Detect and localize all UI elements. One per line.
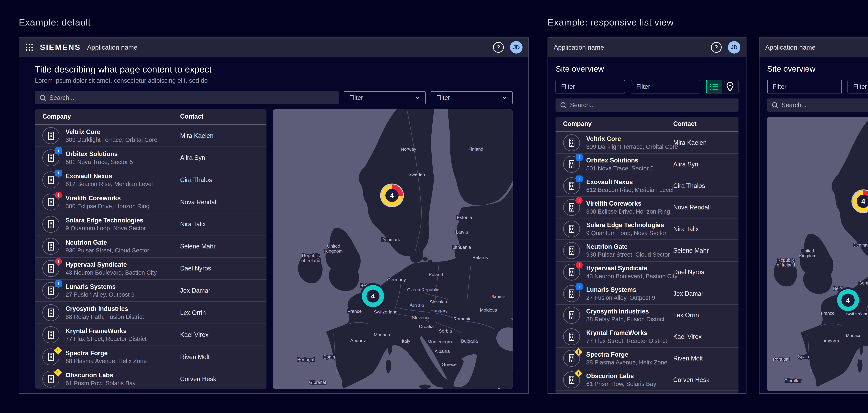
list-icon <box>710 83 718 90</box>
svg-text:Switzerland: Switzerland <box>846 311 868 316</box>
table-row[interactable]: Solara Edge Technologies9 Quantum Loop, … <box>35 213 267 236</box>
company-address: 88 Plasma Avenue, Helix Zone <box>66 358 147 365</box>
table-row[interactable]: iLunaris Systems27 Fusion Alley, Outpost… <box>556 283 739 305</box>
avatar[interactable]: JD <box>728 41 740 54</box>
filter-select-2[interactable]: Filter <box>431 91 513 104</box>
contact-name: Lex Orrin <box>673 312 731 319</box>
table-row[interactable]: !Obscurion Labs61 Prism Row, Solaris Bay… <box>35 368 267 389</box>
company-name: Veltrix Core <box>66 128 157 136</box>
building-icon <box>47 198 55 206</box>
table-row[interactable]: !Spectra Forge88 Plasma Avenue, Helix Zo… <box>35 346 267 368</box>
cluster-marker[interactable]: 4 <box>362 285 384 307</box>
table-row[interactable]: Neutrion Gate930 Pulsar Street, Cloud Se… <box>35 236 267 257</box>
building-icon <box>47 352 55 361</box>
table-row[interactable]: !Spectra Forge88 Plasma Avenue, Helix Zo… <box>556 348 739 369</box>
search-input[interactable] <box>556 99 739 112</box>
company-address: 309 Darklight Terrace, Orbital Core <box>586 143 678 150</box>
table-row[interactable]: Solara Edge Technologies9 Quantum Loop, … <box>556 218 739 240</box>
table-body: Veltrix Core309 Darklight Terrace, Orbit… <box>556 132 739 393</box>
company-address: 77 Flux Street, Reactor District <box>586 338 667 344</box>
filter-input-1[interactable] <box>556 80 625 94</box>
avatar[interactable]: JD <box>510 41 523 54</box>
table-row[interactable]: Veltrix Core309 Darklight Terrace, Orbit… <box>35 125 267 147</box>
svg-text:Monaco: Monaco <box>374 332 390 337</box>
search-field[interactable] <box>556 99 739 112</box>
table-row[interactable]: iExovault Nexus612 Beacon Rise, Meridian… <box>35 169 267 192</box>
search-field[interactable] <box>767 99 868 112</box>
company-name: Veltrix Core <box>586 135 678 142</box>
table-row[interactable]: Cryosynth Industries88 Relay Path, Fusio… <box>35 302 267 324</box>
table-row[interactable]: !Obscurion Labs61 Prism Row, Solaris Bay… <box>556 369 739 391</box>
table-row[interactable]: iLunaris Systems27 Fusion Alley, Outpost… <box>35 280 267 302</box>
column-company[interactable]: Company <box>563 120 673 128</box>
contact-name: Riven Molt <box>673 355 731 362</box>
europe-map[interactable]: NorwayFinlandSwedenEstoniaLatviaDenmarkL… <box>767 117 868 391</box>
chevron-down-icon <box>502 96 507 99</box>
building-icon <box>568 376 575 384</box>
cluster-marker-severity[interactable]: 4 <box>381 184 403 206</box>
table-row[interactable]: !Hypervaal Syndicate43 Neuron Boulevard,… <box>35 257 267 280</box>
search-input[interactable] <box>767 99 868 112</box>
company-address: 501 Nova Trace, Sector 5 <box>586 165 654 172</box>
table-row[interactable]: iExovault Nexus612 Beacon Rise, Meridian… <box>556 175 739 197</box>
table-row[interactable]: Neutrion Gate930 Pulsar Street, Cloud Se… <box>556 240 739 262</box>
contact-name: Dael Nyros <box>180 265 259 272</box>
building-icon <box>47 153 55 162</box>
table-row[interactable]: Veltrix Core309 Darklight Terrace, Orbit… <box>556 132 739 154</box>
contact-name: Mira Kaelen <box>180 132 259 139</box>
filter-input-2[interactable] <box>631 80 700 94</box>
company-avatar: i <box>563 156 580 173</box>
example-responsive-heading: Example: responsive list view <box>548 17 674 28</box>
table-row[interactable]: Kryntal FrameWorks77 Flux Street, Reacto… <box>35 324 267 346</box>
svg-text:Germany: Germany <box>859 280 868 285</box>
building-icon <box>47 131 55 140</box>
column-company[interactable]: Company <box>42 113 180 120</box>
svg-text:Bulgaria: Bulgaria <box>461 339 478 344</box>
alarm-badge: ! <box>576 197 583 204</box>
table-row[interactable]: !Hypervaal Syndicate43 Neuron Boulevard,… <box>556 262 739 283</box>
filter-label: Filter <box>436 94 450 101</box>
table-row[interactable]: iOrbitex Solutions501 Nova Trace, Sector… <box>556 154 739 175</box>
svg-text:Portugal: Portugal <box>773 356 789 361</box>
app-menu-icon[interactable] <box>25 43 34 52</box>
help-icon[interactable]: ? <box>493 42 504 53</box>
table-row[interactable]: Kryntal FrameWorks77 Flux Street, Reacto… <box>556 326 739 348</box>
help-icon[interactable]: ? <box>711 42 722 53</box>
building-icon <box>568 332 575 341</box>
building-icon <box>568 160 575 169</box>
company-avatar <box>563 329 580 345</box>
company-address: 930 Pulsar Street, Cloud Sector <box>586 251 670 258</box>
cluster-count: 4 <box>367 289 380 303</box>
company-name: Hypervaal Syndicate <box>66 261 157 268</box>
table-row[interactable]: !Virelith Coreworks300 Eclipse Drive, Ho… <box>35 191 267 213</box>
map-view[interactable]: NorwayFinlandSwedenEstoniaLatviaDenmarkL… <box>767 117 868 391</box>
panel-responsive-list: Application name ? JD Site overview Comp… <box>548 37 746 394</box>
column-contact[interactable]: Contact <box>180 113 259 120</box>
company-avatar: ! <box>42 348 59 365</box>
list-view-button[interactable] <box>706 80 722 94</box>
search-field[interactable] <box>35 91 339 104</box>
company-name: Solara Edge Technologies <box>66 217 146 224</box>
svg-text:Andorra: Andorra <box>350 338 367 343</box>
svg-text:Greece: Greece <box>442 362 457 367</box>
company-address: 501 Nova Trace, Sector 5 <box>66 159 133 165</box>
cluster-marker[interactable]: 4 <box>837 289 859 311</box>
page-title: Site overview <box>767 64 868 73</box>
company-avatar <box>563 242 580 259</box>
building-icon <box>568 203 575 212</box>
search-input[interactable] <box>35 91 339 104</box>
column-contact[interactable]: Contact <box>673 120 731 128</box>
filter-input-1[interactable] <box>767 80 842 94</box>
table-body: Veltrix Core309 Darklight Terrace, Orbit… <box>35 125 267 389</box>
table-header: CompanyContact <box>556 117 739 132</box>
filter-select-1[interactable]: Filter <box>344 91 426 104</box>
table-row[interactable]: iOrbitex Solutions501 Nova Trace, Sector… <box>35 147 267 169</box>
europe-map[interactable]: NorwayFinlandSwedenEstoniaLatviaDenmarkL… <box>273 109 513 389</box>
map-view-button[interactable] <box>722 80 739 94</box>
table-row[interactable]: !Virelith Coreworks300 Eclipse Drive, Ho… <box>556 197 739 218</box>
application-name: Application name <box>554 44 604 51</box>
table-row[interactable]: Cryosynth Industries88 Relay Path, Fusio… <box>556 305 739 326</box>
filter-input-2[interactable] <box>847 80 868 94</box>
contact-name: Dael Nyros <box>673 268 731 276</box>
map-view[interactable]: NorwayFinlandSwedenEstoniaLatviaDenmarkL… <box>273 109 513 389</box>
